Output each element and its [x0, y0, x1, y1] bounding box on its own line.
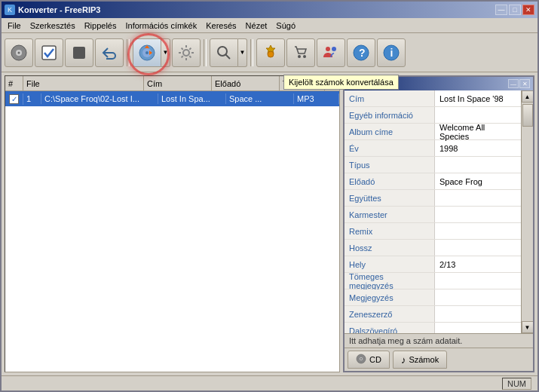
- scrollbar-thumb[interactable]: [522, 104, 533, 127]
- info-value-cim[interactable]: Lost In Space '98: [435, 90, 521, 106]
- menu-sugo[interactable]: Súgó: [271, 20, 300, 32]
- info-value-dalszovegiro[interactable]: [435, 323, 521, 333]
- file-panel: # File Cím Előadó Típus ✓ 1 C:\Space Fro…: [5, 75, 340, 372]
- info-value-zenszerzo[interactable]: [435, 306, 521, 322]
- info-row-megjegyzes: Megjegyzés: [345, 289, 521, 306]
- col-header-file[interactable]: File: [23, 76, 144, 90]
- svg-text:?: ?: [359, 47, 366, 59]
- back-button[interactable]: [95, 38, 124, 67]
- info-panel-title-buttons: — ✕: [508, 79, 530, 88]
- col-header-cim[interactable]: Cím: [144, 76, 212, 90]
- info-value-remix[interactable]: [435, 223, 521, 239]
- checkbox-checked: ✓: [9, 94, 19, 104]
- search-button[interactable]: [210, 38, 238, 67]
- convert-with-arrow: ▼: [133, 38, 170, 67]
- title-bar: K Konverter - FreeRIP3 — □ ✕: [2, 2, 537, 18]
- svg-point-13: [303, 55, 306, 58]
- info-panel-title: Információk: [348, 79, 390, 88]
- tab-szamok-label: Számok: [409, 355, 439, 364]
- search-with-arrow: ▼: [210, 38, 247, 67]
- toolbar-separator-1: [127, 39, 130, 66]
- info-value-album[interactable]: Welcome All Species: [435, 124, 521, 139]
- scrollbar-down[interactable]: ▼: [522, 321, 534, 333]
- info-row-cim: Cím Lost In Space '98: [345, 90, 521, 107]
- info-label-hossz: Hossz: [345, 240, 435, 256]
- people-button[interactable]: [317, 38, 345, 67]
- tab-szamok[interactable]: ♪ Számok: [393, 351, 447, 369]
- info-row-remix: Remix: [345, 223, 521, 240]
- menu-file[interactable]: File: [3, 20, 26, 32]
- convert-arrow-button[interactable]: ▼: [161, 38, 170, 67]
- table-row[interactable]: ✓ 1 C:\Space Froq\02-Lost I... Lost In S…: [5, 91, 339, 106]
- info-button[interactable]: i: [377, 38, 406, 67]
- convert-button[interactable]: [133, 38, 161, 67]
- menu-nezet[interactable]: Nézet: [241, 20, 272, 32]
- tab-cd-label: CD: [369, 355, 381, 364]
- svg-point-14: [326, 47, 330, 51]
- info-content: Cím Lost In Space '98 Egyéb információ A…: [345, 90, 521, 333]
- info-value-egyuttes[interactable]: [435, 190, 521, 206]
- info-label-karmester: Karmester: [345, 207, 435, 222]
- svg-point-2: [18, 51, 20, 54]
- info-row-eloado: Előadó Space Frog: [345, 173, 521, 190]
- svg-point-22: [360, 358, 362, 360]
- col-header-check[interactable]: #: [5, 76, 23, 90]
- info-panel-close[interactable]: ✕: [519, 79, 530, 88]
- menu-rippeles[interactable]: Rippelés: [80, 20, 121, 32]
- close-button[interactable]: ✕: [522, 5, 534, 15]
- status-bar: NUM: [2, 375, 537, 390]
- menu-szerkesztes[interactable]: Szerkesztés: [26, 20, 80, 32]
- row-file: C:\Space Froq\02-Lost I...: [41, 93, 158, 104]
- info-value-eloado[interactable]: Space Frog: [435, 173, 521, 189]
- stop-button[interactable]: [65, 38, 93, 67]
- info-row-album: Album címe Welcome All Species: [345, 124, 521, 140]
- info-row-egyeb: Egyéb információ: [345, 107, 521, 124]
- help-button[interactable]: ?: [347, 38, 375, 67]
- toolbar: ▼ Kijelölt számok konvertálása ▼: [2, 33, 537, 72]
- info-row-tipus: Típus: [345, 157, 521, 173]
- info-row-karmester: Karmester: [345, 207, 521, 223]
- svg-point-15: [332, 47, 336, 51]
- cd-rip-button[interactable]: [5, 38, 33, 67]
- info-panel-minimize[interactable]: —: [508, 79, 519, 88]
- info-row-hossz: Hossz: [345, 240, 521, 256]
- checkbox-button[interactable]: [35, 38, 63, 67]
- info-tabs: CD ♪ Számok: [345, 348, 533, 371]
- info-value-hely[interactable]: 2/13: [435, 256, 521, 272]
- minimize-button[interactable]: —: [495, 5, 507, 15]
- cd-tab-icon: [356, 354, 366, 366]
- info-value-tomeges[interactable]: [435, 273, 521, 289]
- window-title: Konverter - FreeRIP3: [18, 5, 100, 14]
- row-checkbox[interactable]: ✓: [5, 93, 23, 105]
- app-icon: K: [5, 5, 15, 15]
- info-value-megjegyzes[interactable]: [435, 289, 521, 305]
- info-value-hossz[interactable]: [435, 240, 521, 256]
- info-value-egyeb[interactable]: [435, 107, 521, 123]
- settings-button[interactable]: [256, 38, 285, 67]
- options-button[interactable]: [172, 38, 201, 67]
- cart-button[interactable]: [286, 38, 315, 67]
- col-header-eloado[interactable]: Előadó: [212, 76, 280, 90]
- svg-rect-4: [73, 47, 85, 59]
- info-value-karmester[interactable]: [435, 207, 521, 222]
- menu-informacios[interactable]: Információs címkék: [121, 20, 201, 32]
- col-header-tipus[interactable]: Típus: [280, 76, 325, 90]
- info-label-eloado: Előadó: [345, 173, 435, 189]
- search-arrow-button[interactable]: ▼: [238, 38, 247, 67]
- info-label-egyeb: Egyéb információ: [345, 107, 435, 123]
- tab-cd[interactable]: CD: [348, 351, 390, 369]
- info-label-tomeges: Tömeges megjegyzés: [345, 273, 435, 289]
- scrollbar-up[interactable]: ▲: [522, 90, 534, 103]
- info-label-tipus: Típus: [345, 157, 435, 173]
- menu-kereses[interactable]: Keresés: [201, 20, 240, 32]
- title-bar-left: K Konverter - FreeRIP3: [5, 5, 100, 15]
- note-tab-icon: ♪: [401, 354, 406, 366]
- row-num: 1: [23, 93, 41, 104]
- maximize-button[interactable]: □: [509, 5, 521, 15]
- info-scrollbar[interactable]: ▲ ▼: [521, 90, 533, 333]
- svg-text:i: i: [390, 47, 394, 59]
- info-row-tomeges: Tömeges megjegyzés: [345, 273, 521, 289]
- info-value-ev[interactable]: 1998: [435, 140, 521, 156]
- info-panel-title-bar: Információk — ✕: [345, 77, 533, 90]
- info-value-tipus[interactable]: [435, 157, 521, 173]
